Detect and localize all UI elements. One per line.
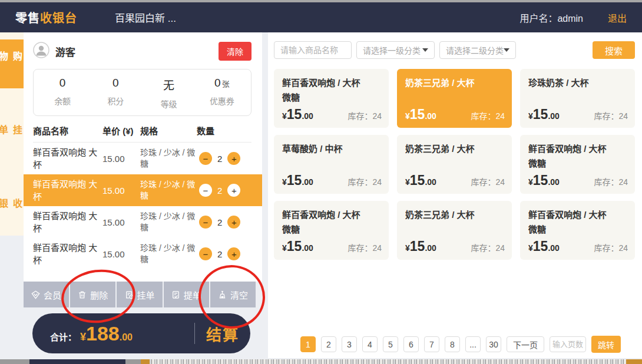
cart-row[interactable]: 鲜百香双响炮 大杯 15.00 珍珠 / 少冰 / 微糖 − 2 + — [33, 238, 251, 270]
stat-balance-value: 0 — [36, 77, 89, 90]
col-product-name: 商品名称 — [33, 124, 102, 137]
stat-level-value: 无 — [143, 77, 196, 92]
plus-icon[interactable]: + — [227, 216, 240, 229]
product-name-input[interactable] — [274, 41, 352, 59]
username-label: 用户名： — [519, 14, 557, 24]
pagination: 1 2 3 4 5 6 7 8 ... 30 下一页 跳转 — [300, 336, 621, 353]
total-integer: 188 — [86, 322, 120, 345]
page-number-input[interactable] — [550, 336, 586, 352]
empty-cart-button[interactable]: 清空 — [210, 282, 256, 307]
quantity-stepper: − 2 + — [197, 184, 251, 197]
product-card[interactable]: 草莓酸奶 / 中杯 ¥15.00 库存：24 — [274, 135, 389, 194]
stat-balance: 0 余额 — [36, 77, 89, 110]
checkout-button[interactable]: 结算 — [195, 323, 250, 345]
cart-item-name: 鲜百香双响炮 大杯 — [33, 146, 102, 171]
product-title: 鲜百香双响炮 / 大杯 — [282, 76, 380, 91]
page-button-ellipsis[interactable]: ... — [465, 336, 481, 352]
hold-order-button[interactable]: 挂单 — [117, 282, 162, 307]
username-value: admin — [557, 14, 583, 24]
minus-icon[interactable]: − — [199, 216, 212, 229]
product-card[interactable]: 鲜百香双响炮 / 大杯 微糖 ¥15.00 库存：24 — [520, 201, 635, 260]
page-button-7[interactable]: 7 — [424, 336, 439, 352]
trash-icon — [78, 290, 87, 299]
col-quantity: 数量 — [197, 124, 251, 137]
minus-icon[interactable]: − — [199, 184, 212, 197]
logout-link[interactable]: 退出 — [608, 11, 627, 25]
pos-screen: 零售收银台 百果园白新 ... 用户名：admin 退出 购物区 挂单区 收银台 — [0, 0, 642, 364]
page-button-4[interactable]: 4 — [362, 336, 378, 352]
delete-button[interactable]: 删除 — [70, 282, 115, 307]
app-title-accent: 收银台 — [40, 12, 77, 25]
product-card[interactable]: 鲜百香双响炮 / 大杯 微糖 ¥15.00 库存：24 — [520, 135, 635, 194]
page-button-8[interactable]: 8 — [445, 336, 460, 352]
stock-info: 库存：24 — [471, 176, 505, 187]
page-button-3[interactable]: 3 — [342, 336, 357, 352]
cart-item-name: 鲜百香双响炮 大杯 — [33, 210, 102, 234]
product-panel: 请选择一级分类 请选择二级分类 搜索 鲜百香双响炮 / 大杯 微糖 ¥15.00… — [268, 32, 642, 358]
category2-select[interactable]: 请选择二级分类 — [439, 41, 516, 59]
page-button-6[interactable]: 6 — [403, 336, 419, 352]
member-button[interactable]: 会员 — [24, 282, 69, 307]
total-amount: 合计： ¥ 188 .00 — [32, 322, 194, 345]
cart-panel: 游客 清除 0 余额 0 积分 无 等级 0张 优惠券 — [24, 32, 262, 282]
quantity-value: 2 — [217, 249, 222, 259]
app-title: 零售收银台 — [15, 9, 77, 26]
total-label: 合计： — [50, 330, 77, 343]
page-button-30[interactable]: 30 — [486, 336, 501, 352]
category1-select[interactable]: 请选择一级分类 — [356, 41, 435, 59]
jump-button[interactable]: 跳转 — [591, 336, 621, 353]
product-card[interactable]: 珍珠奶茶 / 大杯 ¥15.00 库存：24 — [520, 69, 635, 128]
product-card[interactable]: 鲜百香双响炮 / 大杯 微糖 ¥15.00 库存：24 — [274, 201, 389, 260]
sidebar: 购物区 挂单区 收银台 — [0, 32, 24, 236]
clear-member-button[interactable]: 清除 — [219, 42, 251, 61]
stock-info: 库存：24 — [471, 241, 505, 253]
product-card[interactable]: 奶茶三兄弟 / 大杯 ¥15.00 库存：24 — [397, 135, 512, 194]
cart-row-selected[interactable]: 鲜百香双响炮 大杯 15.00 珍珠 / 少冰 / 微糖 − 2 + — [24, 174, 262, 206]
stat-coupons-label: 优惠券 — [196, 95, 249, 107]
store-name: 百果园白新 ... — [115, 10, 176, 25]
minus-icon[interactable]: − — [199, 152, 212, 165]
username: 用户名：admin — [519, 11, 583, 25]
plus-icon[interactable]: + — [227, 247, 240, 260]
plus-icon[interactable]: + — [227, 152, 240, 165]
page-button-2[interactable]: 2 — [321, 336, 336, 352]
product-card-selected[interactable]: 奶茶三兄弟 / 大杯 ¥15.00 库存：24 — [397, 69, 512, 128]
next-page-button[interactable]: 下一页 — [507, 336, 544, 352]
stock-info: 库存：24 — [594, 241, 628, 253]
quantity-stepper: − 2 + — [197, 247, 251, 260]
stat-coupons-unit: 张 — [222, 80, 230, 88]
product-title: 鲜百香双响炮 / 大杯 — [528, 142, 627, 157]
cart-row[interactable]: 鲜百香双响炮 大杯 15.00 珍珠 / 少冰 / 微糖 − 2 + — [33, 206, 251, 238]
stat-level: 无 等级 — [143, 77, 196, 110]
customer-name: 游客 — [55, 44, 75, 59]
search-button[interactable]: 搜索 — [593, 41, 635, 59]
doc-clock-icon — [125, 290, 134, 299]
cart-item-spec: 珍珠 / 少冰 / 微糖 — [140, 243, 197, 265]
sidebar-tab-held-orders[interactable]: 挂单区 — [0, 113, 24, 162]
sidebar-tab-cashier[interactable]: 收银台 — [0, 187, 24, 236]
cart-item-price: 15.00 — [102, 217, 140, 227]
stat-level-label: 等级 — [143, 98, 196, 110]
page-button-5[interactable]: 5 — [383, 336, 398, 352]
header-bar: 零售收银台 百果园白新 ... 用户名：admin 退出 — [0, 2, 642, 32]
product-title: 奶茶三兄弟 / 大杯 — [405, 208, 504, 223]
quantity-stepper: − 2 + — [197, 152, 251, 165]
minus-icon[interactable]: − — [199, 247, 212, 260]
app-title-plain: 零售 — [15, 12, 40, 25]
quantity-value: 2 — [217, 186, 222, 196]
product-card[interactable]: 鲜百香双响炮 / 大杯 微糖 ¥15.00 库存：24 — [274, 69, 389, 128]
stock-info: 库存：24 — [594, 176, 628, 187]
retrieve-order-button[interactable]: 提单 — [164, 282, 209, 307]
product-card[interactable]: 奶茶三兄弟 / 大杯 ¥15.00 库存：24 — [397, 201, 512, 260]
stat-points-label: 积分 — [89, 95, 142, 107]
page-button-1[interactable]: 1 — [300, 336, 316, 352]
stat-points: 0 积分 — [89, 77, 142, 110]
sidebar-tab-shopping[interactable]: 购物区 — [0, 39, 24, 88]
search-bar: 请选择一级分类 请选择二级分类 搜索 — [274, 41, 635, 59]
bottom-strip — [0, 359, 642, 364]
stock-info: 库存：24 — [594, 110, 628, 121]
stock-info: 库存：24 — [348, 110, 382, 121]
diamond-icon — [31, 290, 40, 299]
cart-row[interactable]: 鲜百香双响炮 大杯 15.00 珍珠 / 少冰 / 微糖 − 2 + — [33, 143, 251, 174]
plus-icon[interactable]: + — [227, 184, 240, 197]
